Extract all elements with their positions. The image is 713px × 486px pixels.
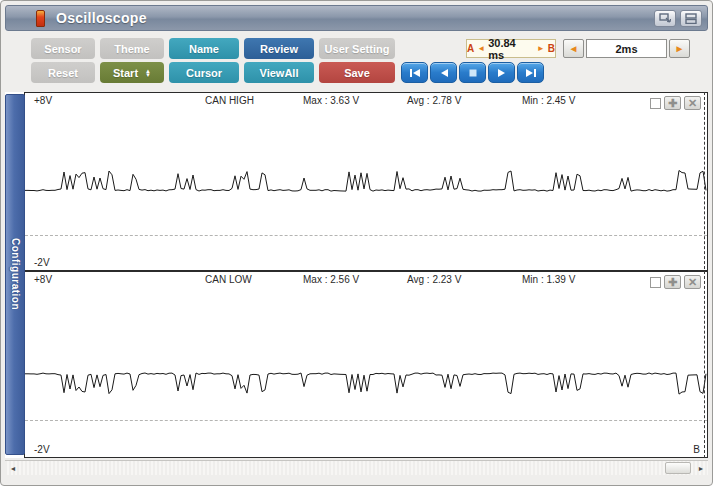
- user-setting-button[interactable]: User Setting: [319, 38, 395, 59]
- window-title: Oscilloscope: [56, 10, 147, 26]
- stop-icon: [468, 68, 478, 78]
- reset-button[interactable]: Reset: [31, 62, 95, 83]
- cursor-b-line[interactable]: [704, 92, 705, 458]
- zoom-in-channel-button[interactable]: ✚: [664, 275, 681, 289]
- oscilloscope-window: Oscilloscope Sensor Theme Name Review: [0, 0, 713, 486]
- skip-to-end-button[interactable]: [517, 62, 544, 83]
- step-back-icon: [439, 68, 449, 78]
- stat-min: Min : 2.45 V: [522, 95, 575, 106]
- toolbar: Sensor Theme Name Review User Setting Re…: [5, 34, 708, 90]
- step-back-button[interactable]: [430, 62, 457, 83]
- cascade-windows-button[interactable]: [654, 10, 676, 27]
- review-button[interactable]: Review: [244, 38, 314, 59]
- horizontal-scrollbar[interactable]: ◄ ►: [5, 460, 708, 475]
- channel-panes: +8V CAN HIGH Max : 3.63 V Avg : 2.78 V M…: [24, 92, 708, 458]
- play-button[interactable]: [488, 62, 515, 83]
- channel-pane-can-high: +8V CAN HIGH Max : 3.63 V Avg : 2.78 V M…: [24, 92, 708, 271]
- zoom-in-channel-button[interactable]: ✚: [664, 96, 681, 110]
- save-button[interactable]: Save: [319, 62, 395, 83]
- playback-controls: [401, 62, 544, 83]
- stat-avg: Avg : 2.23 V: [407, 274, 461, 285]
- stat-max: Max : 2.56 V: [303, 274, 359, 285]
- waveform-svg: [25, 272, 707, 457]
- tile-windows-button[interactable]: [680, 10, 702, 27]
- play-icon: [497, 68, 507, 78]
- ab-range-value: 30.84 ms: [488, 37, 534, 61]
- channel-header: +8V CAN HIGH Max : 3.63 V Avg : 2.78 V M…: [25, 95, 707, 111]
- y-min-label: -2V: [34, 444, 50, 455]
- title-bar[interactable]: Oscilloscope: [5, 5, 708, 31]
- close-channel-button[interactable]: ✕: [684, 96, 701, 110]
- start-button-label: Start: [113, 67, 138, 79]
- timebase-value-display: 2ms: [586, 39, 667, 58]
- name-button[interactable]: Name: [169, 38, 239, 59]
- app-icon: [36, 10, 45, 27]
- timebase-decrease-button[interactable]: ◄: [563, 39, 584, 58]
- sensor-button[interactable]: Sensor: [31, 38, 95, 59]
- stop-button[interactable]: [459, 62, 486, 83]
- timebase-increase-button[interactable]: ►: [669, 39, 690, 58]
- waveform-svg: [25, 93, 707, 270]
- channel-visible-checkbox[interactable]: [650, 277, 661, 288]
- cursor-b-marker-label: B: [693, 444, 700, 455]
- scrollbar-thumb[interactable]: [665, 462, 691, 474]
- channel-visible-checkbox[interactable]: [650, 98, 661, 109]
- skip-to-start-icon: [409, 68, 421, 78]
- ab-cursor-range-display[interactable]: A ◄ 30.84 ms ► B: [466, 39, 556, 58]
- scroll-right-arrow[interactable]: ►: [695, 463, 707, 474]
- configuration-tab-label: Configuration: [10, 238, 21, 310]
- cursor-b-arrow-icon: ►: [537, 44, 545, 53]
- y-max-label: +8V: [34, 274, 52, 285]
- stat-avg: Avg : 2.78 V: [407, 95, 461, 106]
- start-spinner-icon: ▲▼: [145, 69, 151, 77]
- cursor-a-label: A: [467, 43, 474, 54]
- theme-button[interactable]: Theme: [100, 38, 164, 59]
- tile-windows-icon: [685, 13, 697, 24]
- stat-max: Max : 3.63 V: [303, 95, 359, 106]
- cursor-b-label: B: [548, 43, 555, 54]
- channel-name: CAN LOW: [205, 274, 252, 285]
- plot-region: Configuration +8V CAN HIGH Max : 3.63 V …: [5, 92, 708, 458]
- cursor-button[interactable]: Cursor: [169, 62, 239, 83]
- channel-header: +8V CAN LOW Max : 2.56 V Avg : 2.23 V Mi…: [25, 274, 707, 290]
- viewall-button[interactable]: ViewAll: [244, 62, 314, 83]
- configuration-tab[interactable]: Configuration: [5, 94, 25, 455]
- skip-to-start-button[interactable]: [401, 62, 428, 83]
- channel-name: CAN HIGH: [205, 95, 254, 106]
- y-min-label: -2V: [34, 257, 50, 268]
- scroll-left-arrow[interactable]: ◄: [7, 463, 19, 474]
- skip-to-end-icon: [525, 68, 537, 78]
- cascade-windows-icon: [659, 13, 671, 23]
- close-channel-button[interactable]: ✕: [684, 275, 701, 289]
- channel-pane-can-low: +8V CAN LOW Max : 2.56 V Avg : 2.23 V Mi…: [24, 271, 708, 458]
- stat-min: Min : 1.39 V: [522, 274, 575, 285]
- cursor-a-arrow-icon: ◄: [477, 44, 485, 53]
- start-button[interactable]: Start ▲▼: [100, 62, 164, 83]
- y-max-label: +8V: [34, 95, 52, 106]
